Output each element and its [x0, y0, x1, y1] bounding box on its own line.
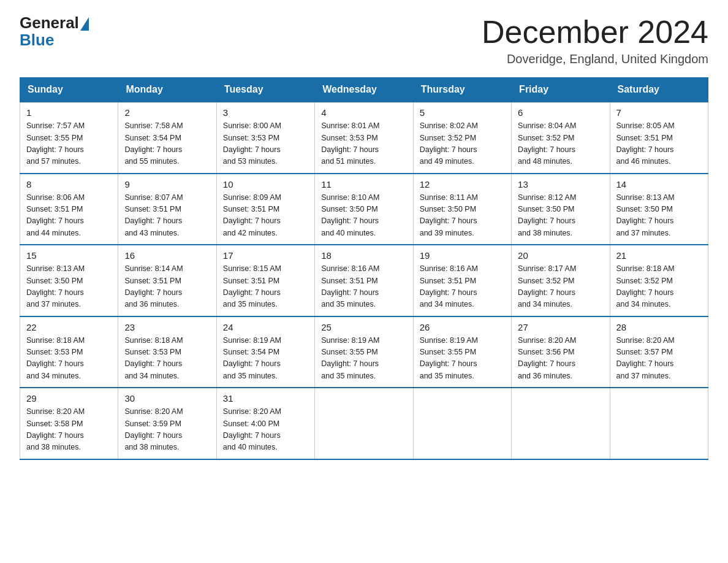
calendar-cell: 30Sunrise: 8:20 AMSunset: 3:59 PMDayligh… [118, 388, 216, 459]
day-number: 1 [26, 107, 112, 118]
day-number: 17 [223, 250, 308, 261]
day-info: Sunrise: 8:18 AMSunset: 3:53 PMDaylight:… [26, 335, 112, 383]
day-info: Sunrise: 8:09 AMSunset: 3:51 PMDaylight:… [223, 192, 308, 240]
day-info: Sunrise: 8:20 AMSunset: 3:58 PMDaylight:… [26, 406, 112, 454]
day-number: 15 [26, 250, 112, 261]
day-number: 19 [420, 250, 505, 261]
calendar-cell: 1Sunrise: 7:57 AMSunset: 3:55 PMDaylight… [20, 102, 118, 174]
calendar-cell: 31Sunrise: 8:20 AMSunset: 4:00 PMDayligh… [216, 388, 314, 459]
day-info: Sunrise: 8:17 AMSunset: 3:52 PMDaylight:… [518, 263, 603, 311]
day-number: 25 [321, 322, 406, 332]
day-info: Sunrise: 8:13 AMSunset: 3:50 PMDaylight:… [616, 192, 702, 240]
day-info: Sunrise: 7:58 AMSunset: 3:54 PMDaylight:… [124, 120, 210, 168]
calendar-week-row: 29Sunrise: 8:20 AMSunset: 3:58 PMDayligh… [20, 388, 708, 459]
logo: General Blue [20, 15, 90, 50]
day-info: Sunrise: 8:18 AMSunset: 3:53 PMDaylight:… [124, 335, 210, 383]
day-number: 12 [420, 179, 505, 190]
day-info: Sunrise: 8:10 AMSunset: 3:50 PMDaylight:… [321, 192, 406, 240]
day-info: Sunrise: 8:16 AMSunset: 3:51 PMDaylight:… [420, 263, 505, 311]
calendar-cell [610, 388, 708, 459]
day-info: Sunrise: 8:11 AMSunset: 3:50 PMDaylight:… [420, 192, 505, 240]
day-info: Sunrise: 8:19 AMSunset: 3:55 PMDaylight:… [420, 335, 505, 383]
day-info: Sunrise: 8:00 AMSunset: 3:53 PMDaylight:… [223, 120, 308, 168]
day-number: 7 [616, 107, 702, 118]
day-number: 3 [223, 107, 308, 118]
calendar-cell: 9Sunrise: 8:07 AMSunset: 3:51 PMDaylight… [118, 174, 216, 245]
calendar-cell: 4Sunrise: 8:01 AMSunset: 3:53 PMDaylight… [315, 102, 413, 174]
day-number: 4 [321, 107, 406, 118]
day-info: Sunrise: 8:15 AMSunset: 3:51 PMDaylight:… [223, 263, 308, 311]
column-header-tuesday: Tuesday [216, 78, 314, 102]
calendar-cell: 16Sunrise: 8:14 AMSunset: 3:51 PMDayligh… [118, 245, 216, 316]
logo-triangle-icon [80, 17, 89, 31]
day-number: 21 [616, 250, 702, 261]
column-header-wednesday: Wednesday [315, 78, 413, 102]
day-info: Sunrise: 8:02 AMSunset: 3:52 PMDaylight:… [420, 120, 505, 168]
day-info: Sunrise: 8:14 AMSunset: 3:51 PMDaylight:… [124, 263, 210, 311]
calendar-cell: 12Sunrise: 8:11 AMSunset: 3:50 PMDayligh… [413, 174, 511, 245]
day-info: Sunrise: 8:20 AMSunset: 4:00 PMDaylight:… [223, 406, 308, 454]
calendar-cell [413, 388, 511, 459]
day-info: Sunrise: 8:04 AMSunset: 3:52 PMDaylight:… [518, 120, 603, 168]
day-info: Sunrise: 7:57 AMSunset: 3:55 PMDaylight:… [26, 120, 112, 168]
calendar-cell [512, 388, 610, 459]
column-header-sunday: Sunday [20, 78, 118, 102]
day-number: 31 [223, 393, 308, 404]
calendar-week-row: 15Sunrise: 8:13 AMSunset: 3:50 PMDayligh… [20, 245, 708, 316]
calendar-cell: 24Sunrise: 8:19 AMSunset: 3:54 PMDayligh… [216, 316, 314, 388]
calendar-table: SundayMondayTuesdayWednesdayThursdayFrid… [20, 77, 708, 460]
day-info: Sunrise: 8:07 AMSunset: 3:51 PMDaylight:… [124, 192, 210, 240]
calendar-cell: 23Sunrise: 8:18 AMSunset: 3:53 PMDayligh… [118, 316, 216, 388]
page-header: General Blue December 2024 Doveridge, En… [20, 15, 708, 66]
day-info: Sunrise: 8:06 AMSunset: 3:51 PMDaylight:… [26, 192, 112, 240]
calendar-week-row: 1Sunrise: 7:57 AMSunset: 3:55 PMDaylight… [20, 102, 708, 174]
day-info: Sunrise: 8:20 AMSunset: 3:59 PMDaylight:… [124, 406, 210, 454]
calendar-cell: 26Sunrise: 8:19 AMSunset: 3:55 PMDayligh… [413, 316, 511, 388]
calendar-cell: 15Sunrise: 8:13 AMSunset: 3:50 PMDayligh… [20, 245, 118, 316]
title-section: December 2024 Doveridge, England, United… [482, 15, 708, 66]
day-number: 20 [518, 250, 603, 261]
calendar-cell: 7Sunrise: 8:05 AMSunset: 3:51 PMDaylight… [610, 102, 708, 174]
day-info: Sunrise: 8:20 AMSunset: 3:57 PMDaylight:… [616, 335, 702, 383]
calendar-cell: 27Sunrise: 8:20 AMSunset: 3:56 PMDayligh… [512, 316, 610, 388]
calendar-cell: 20Sunrise: 8:17 AMSunset: 3:52 PMDayligh… [512, 245, 610, 316]
calendar-week-row: 8Sunrise: 8:06 AMSunset: 3:51 PMDaylight… [20, 174, 708, 245]
calendar-cell [315, 388, 413, 459]
calendar-cell: 6Sunrise: 8:04 AMSunset: 3:52 PMDaylight… [512, 102, 610, 174]
calendar-cell: 5Sunrise: 8:02 AMSunset: 3:52 PMDaylight… [413, 102, 511, 174]
calendar-cell: 17Sunrise: 8:15 AMSunset: 3:51 PMDayligh… [216, 245, 314, 316]
day-info: Sunrise: 8:12 AMSunset: 3:50 PMDaylight:… [518, 192, 603, 240]
day-number: 11 [321, 179, 406, 190]
column-header-thursday: Thursday [413, 78, 511, 102]
day-number: 26 [420, 322, 505, 332]
day-info: Sunrise: 8:19 AMSunset: 3:54 PMDaylight:… [223, 335, 308, 383]
day-info: Sunrise: 8:16 AMSunset: 3:51 PMDaylight:… [321, 263, 406, 311]
calendar-cell: 3Sunrise: 8:00 AMSunset: 3:53 PMDaylight… [216, 102, 314, 174]
day-number: 13 [518, 179, 603, 190]
calendar-cell: 21Sunrise: 8:18 AMSunset: 3:52 PMDayligh… [610, 245, 708, 316]
column-header-saturday: Saturday [610, 78, 708, 102]
day-info: Sunrise: 8:20 AMSunset: 3:56 PMDaylight:… [518, 335, 603, 383]
day-info: Sunrise: 8:01 AMSunset: 3:53 PMDaylight:… [321, 120, 406, 168]
logo-general-text: General [20, 15, 79, 31]
day-number: 27 [518, 322, 603, 332]
day-number: 10 [223, 179, 308, 190]
day-info: Sunrise: 8:19 AMSunset: 3:55 PMDaylight:… [321, 335, 406, 383]
month-title: December 2024 [482, 15, 708, 50]
day-info: Sunrise: 8:18 AMSunset: 3:52 PMDaylight:… [616, 263, 702, 311]
day-number: 5 [420, 107, 505, 118]
calendar-cell: 14Sunrise: 8:13 AMSunset: 3:50 PMDayligh… [610, 174, 708, 245]
day-number: 8 [26, 179, 112, 190]
calendar-cell: 19Sunrise: 8:16 AMSunset: 3:51 PMDayligh… [413, 245, 511, 316]
calendar-cell: 13Sunrise: 8:12 AMSunset: 3:50 PMDayligh… [512, 174, 610, 245]
calendar-week-row: 22Sunrise: 8:18 AMSunset: 3:53 PMDayligh… [20, 316, 708, 388]
column-header-friday: Friday [512, 78, 610, 102]
calendar-cell: 2Sunrise: 7:58 AMSunset: 3:54 PMDaylight… [118, 102, 216, 174]
calendar-cell: 10Sunrise: 8:09 AMSunset: 3:51 PMDayligh… [216, 174, 314, 245]
calendar-cell: 25Sunrise: 8:19 AMSunset: 3:55 PMDayligh… [315, 316, 413, 388]
day-number: 28 [616, 322, 702, 332]
calendar-cell: 22Sunrise: 8:18 AMSunset: 3:53 PMDayligh… [20, 316, 118, 388]
day-number: 22 [26, 322, 112, 332]
day-info: Sunrise: 8:05 AMSunset: 3:51 PMDaylight:… [616, 120, 702, 168]
day-number: 30 [124, 393, 210, 404]
